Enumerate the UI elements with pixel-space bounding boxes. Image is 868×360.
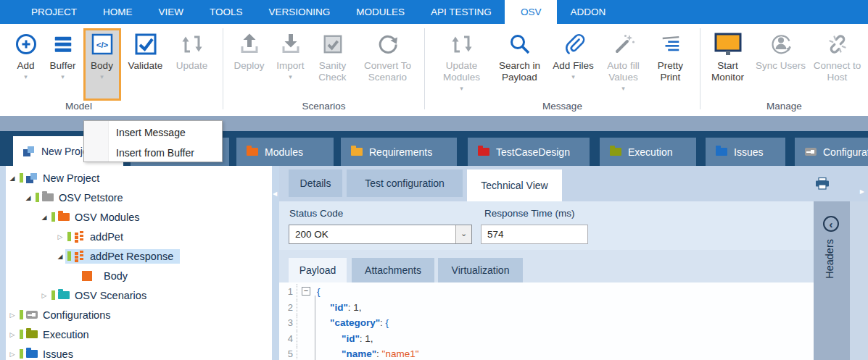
collapsed-arrow-icon[interactable]: ▷: [7, 351, 17, 358]
expand-headers-button[interactable]: ‹: [823, 216, 839, 232]
token-key: "id": [330, 302, 348, 313]
tab-modules[interactable]: Modules: [236, 138, 334, 166]
fold-guide-line: [315, 296, 315, 360]
print-button[interactable]: [815, 177, 830, 190]
expand-right-arrow-icon[interactable]: ▶: [860, 188, 864, 195]
folder-icon: [58, 291, 70, 299]
tab-requirements[interactable]: Requirements: [341, 138, 457, 166]
tab-issues[interactable]: Issues: [706, 138, 785, 166]
tree-item-addpet-response[interactable]: ◢ addPet Response: [6, 246, 272, 266]
tab-payload[interactable]: Payload: [289, 258, 347, 282]
status-code-label: Status Code: [289, 208, 343, 219]
status-code-select[interactable]: 200 OK ⌄: [289, 225, 472, 244]
collapsed-arrow-icon[interactable]: ▷: [7, 331, 17, 338]
tab-details[interactable]: Details: [289, 169, 342, 197]
add-button[interactable]: Add ▾: [9, 29, 43, 80]
collapsed-arrow-icon[interactable]: ▷: [39, 292, 49, 299]
token-num: 1: [353, 302, 359, 313]
response-time-label: Response Time (ms): [484, 208, 575, 219]
token-brace: {: [386, 317, 389, 328]
group-label-manage: Manage: [700, 101, 868, 112]
validate-button[interactable]: Validate: [121, 29, 170, 72]
tab-technical-view[interactable]: Technical View: [467, 169, 562, 201]
connect-to-host-button[interactable]: Connect to Host: [809, 29, 867, 83]
line-number: 3: [279, 317, 297, 328]
menu-osv[interactable]: OSV: [505, 0, 558, 24]
line-number: 4: [279, 333, 297, 344]
menu-modules[interactable]: MODULES: [343, 0, 418, 24]
panel-splitter[interactable]: ◀: [272, 166, 279, 360]
project-tree: ◢ New Project ◢ OSV Petstore ◢ OSV Modul…: [6, 166, 272, 360]
sync-users-button[interactable]: Sync Users: [753, 29, 809, 72]
sanity-check-button[interactable]: Sanity Check: [310, 29, 355, 83]
search-in-payload-button[interactable]: Search in Payload: [490, 29, 550, 83]
menu-api-testing[interactable]: API TESTING: [418, 0, 505, 24]
menu-versioning[interactable]: VERSIONING: [256, 0, 344, 24]
top-menu-bar: PROJECT HOME VIEW TOOLS VERSIONING MODUL…: [0, 0, 868, 24]
ribbon-group-message: Update Modules ▾ Search in Payload Add F…: [425, 24, 700, 116]
svg-text:</>: </>: [96, 41, 108, 49]
token-punc: :: [380, 317, 386, 328]
tree-item-configurations[interactable]: ▷ Configurations: [6, 305, 272, 325]
start-monitor-button[interactable]: Start Monitor: [703, 29, 753, 83]
token-punc: :: [376, 348, 382, 359]
auto-fill-values-button[interactable]: Auto fill Values ▾: [598, 29, 650, 91]
tab-execution[interactable]: Execution: [600, 138, 696, 166]
tree-item-new-project[interactable]: ◢ New Project: [6, 168, 272, 188]
menu-tools[interactable]: TOOLS: [197, 0, 256, 24]
response-form: Status Code Response Time (ms) 200 OK ⌄ …: [279, 201, 868, 250]
sync-users-icon: [769, 31, 793, 57]
code-text: "category": {: [313, 317, 389, 328]
expanded-arrow-icon[interactable]: ◢: [39, 214, 49, 221]
menu-item-insert-message[interactable]: Insert Message: [84, 122, 222, 143]
tree-item-osv-scenarios[interactable]: ▷ OSV Scenarios: [6, 285, 272, 305]
folder-icon: [247, 148, 258, 156]
body-button[interactable]: </> Body ▾: [83, 28, 121, 101]
tab-test-configuration[interactable]: Test configuration: [347, 169, 463, 197]
pretty-print-button[interactable]: Pretty Print: [650, 29, 692, 83]
tab-testcasedesign[interactable]: TestCaseDesign: [468, 138, 590, 166]
buffer-button[interactable]: Buffer ▾: [43, 29, 83, 80]
tab-configuration[interactable]: Configuration: [795, 138, 868, 166]
tree-item-issues[interactable]: ▷ Issues: [6, 344, 272, 360]
import-button[interactable]: Import ▾: [271, 29, 310, 80]
validate-icon: [134, 31, 157, 57]
tree-item-osv-petstore[interactable]: ◢ OSV Petstore: [6, 188, 272, 207]
convert-to-scenario-button[interactable]: Convert To Scenario: [355, 29, 421, 83]
tree-item-osv-modules[interactable]: ◢ OSV Modules: [6, 207, 272, 227]
menu-item-insert-from-buffer[interactable]: Insert from Buffer: [84, 143, 222, 163]
tab-attachments[interactable]: Attachments: [352, 258, 434, 282]
module-icon: [74, 231, 85, 243]
body-node-icon: [82, 271, 92, 281]
response-time-input[interactable]: 574: [481, 225, 588, 244]
menu-home[interactable]: HOME: [90, 0, 146, 24]
tree-item-execution[interactable]: ▷ Execution: [6, 325, 272, 344]
expanded-arrow-icon[interactable]: ◢: [23, 194, 33, 201]
code-text: {: [313, 286, 321, 297]
fold-gutter: [297, 315, 313, 331]
deploy-button[interactable]: Deploy: [228, 29, 271, 72]
menu-view[interactable]: VIEW: [146, 0, 197, 24]
select-chevron-icon[interactable]: ⌄: [455, 225, 471, 243]
add-files-button[interactable]: Add Files ▾: [550, 29, 598, 80]
import-icon: [279, 31, 302, 57]
tree-item-addpet[interactable]: ▷ addPet: [6, 227, 272, 246]
monitor-icon: [714, 31, 743, 57]
green-status-bar: [36, 193, 39, 202]
tab-virtualization[interactable]: Virtualization: [438, 258, 523, 282]
update-modules-button[interactable]: Update Modules ▾: [434, 29, 490, 91]
tree-item-body[interactable]: Body: [6, 266, 272, 285]
menu-addon[interactable]: ADDON: [557, 0, 619, 24]
expanded-arrow-icon[interactable]: ◢: [7, 175, 17, 182]
green-status-bar: [20, 173, 23, 183]
update-button[interactable]: Update: [170, 29, 214, 72]
collapse-left-arrow-icon[interactable]: ◀: [273, 191, 277, 197]
collapsed-arrow-icon[interactable]: ▷: [7, 311, 17, 319]
fold-collapse-icon[interactable]: −: [302, 287, 310, 296]
expanded-arrow-icon[interactable]: ◢: [55, 253, 65, 260]
menu-project[interactable]: PROJECT: [18, 0, 90, 24]
collapsed-arrow-icon[interactable]: ▷: [55, 233, 65, 240]
payload-code-editor[interactable]: 1−{2"id": 1,3"category": {4"id": 1,5"nam…: [279, 282, 818, 360]
token-punc: ,: [359, 302, 362, 313]
headers-collapsed-panel[interactable]: ‹ Headers: [814, 201, 850, 360]
